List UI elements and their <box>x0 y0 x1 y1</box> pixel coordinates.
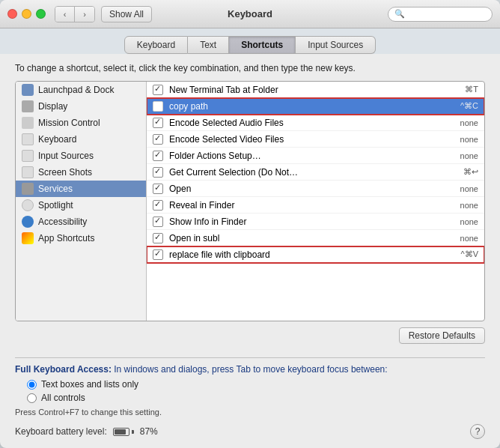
sidebar-label-spotlight: Spotlight <box>38 200 73 211</box>
shortcut-row-0[interactable]: New Terminal Tab at Folder ⌘T <box>147 82 484 98</box>
shortcut-key-3: none <box>460 135 478 144</box>
shortcut-name-6: Open <box>169 184 454 194</box>
shortcut-row-8[interactable]: Show Info in Finder none <box>147 214 484 230</box>
shortcut-row-2[interactable]: Encode Selected Audio Files none <box>147 115 484 131</box>
shortcut-key-1: ^⌘C <box>460 101 478 111</box>
shortcut-row-3[interactable]: Encode Selected Video Files none <box>147 131 484 148</box>
help-button[interactable]: ? <box>470 424 485 439</box>
restore-defaults-button[interactable]: Restore Defaults <box>399 327 485 344</box>
sidebar-item-keyboard[interactable]: Keyboard <box>16 131 146 148</box>
shortcut-check-2[interactable] <box>153 118 163 128</box>
shortcut-check-4[interactable] <box>153 151 163 161</box>
shortcut-list: New Terminal Tab at Folder ⌘T copy path … <box>147 82 484 321</box>
shortcut-check-7[interactable] <box>153 200 163 211</box>
sidebar-label-mission: Mission Control <box>38 118 100 128</box>
screenshots-icon <box>22 166 34 178</box>
shortcut-row-9[interactable]: Open in subl none <box>147 230 484 246</box>
divider <box>15 357 485 358</box>
tab-keyboard[interactable]: Keyboard <box>124 36 188 54</box>
sidebar-item-screenshots[interactable]: Screen Shots <box>16 164 146 181</box>
instruction-text: To change a shortcut, select it, click t… <box>15 63 485 73</box>
back-button[interactable]: ‹ <box>55 7 75 22</box>
sidebar-label-services: Services <box>38 184 73 194</box>
sidebar-label-display: Display <box>38 101 67 112</box>
tab-input-sources[interactable]: Input Sources <box>296 36 376 54</box>
sidebar-item-spotlight[interactable]: Spotlight <box>16 197 146 214</box>
restore-btn-row: Restore Defaults <box>15 327 485 344</box>
search-icon: 🔍 <box>394 9 405 19</box>
shortcut-check-10[interactable] <box>153 249 163 260</box>
forward-button[interactable]: › <box>75 7 94 22</box>
shortcut-key-2: none <box>460 118 478 127</box>
radio-group: Text boxes and lists only All controls <box>27 379 485 403</box>
shortcut-check-1[interactable] <box>153 101 163 112</box>
main-panel: Launchpad & Dock Display Mission Control… <box>15 81 485 321</box>
battery-level: 87% <box>140 426 158 437</box>
content-area: To change a shortcut, select it, click t… <box>0 54 500 448</box>
shortcut-row-6[interactable]: Open none <box>147 181 484 197</box>
shortcut-name-2: Encode Selected Audio Files <box>169 118 454 128</box>
keyboard-preferences-window: ‹ › Show All Keyboard 🔍 Keyboard Text Sh… <box>0 0 500 448</box>
shortcut-check-5[interactable] <box>153 167 163 178</box>
show-all-button[interactable]: Show All <box>101 6 152 22</box>
sidebar-label-input-sources: Input Sources <box>38 151 94 161</box>
shortcut-key-7: none <box>460 201 478 210</box>
shortcut-name-8: Show Info in Finder <box>169 217 454 227</box>
sidebar-label-screenshots: Screen Shots <box>38 167 92 178</box>
shortcut-row-4[interactable]: Folder Actions Setup… none <box>147 148 484 164</box>
shortcut-check-6[interactable] <box>153 184 163 194</box>
titlebar: ‹ › Show All Keyboard 🔍 <box>0 0 500 28</box>
radio-all-controls[interactable] <box>27 393 37 403</box>
shortcut-check-9[interactable] <box>153 233 163 243</box>
battery-fill <box>115 429 126 435</box>
radio-row-1: All controls <box>27 393 485 403</box>
shortcut-name-9: Open in subl <box>169 233 454 243</box>
radio-text-boxes[interactable] <box>27 380 37 390</box>
shortcut-key-8: none <box>460 217 478 226</box>
sidebar-label-accessibility: Accessibility <box>38 217 87 227</box>
shortcut-key-9: none <box>460 234 478 243</box>
display-icon <box>22 100 34 112</box>
sidebar: Launchpad & Dock Display Mission Control… <box>16 82 147 321</box>
ctrl-note: Press Control+F7 to change this setting. <box>15 408 485 417</box>
shortcut-name-10: replace file with clipboard <box>169 249 455 260</box>
shortcut-check-3[interactable] <box>153 134 163 145</box>
sidebar-item-display[interactable]: Display <box>16 98 146 115</box>
tabs-bar: Keyboard Text Shortcuts Input Sources <box>0 28 500 54</box>
tab-shortcuts[interactable]: Shortcuts <box>229 36 296 54</box>
shortcut-row-5[interactable]: Get Current Selection (Do Not… ⌘↩ <box>147 164 484 181</box>
keyboard-icon <box>22 133 34 145</box>
sidebar-item-mission[interactable]: Mission Control <box>16 115 146 131</box>
fka-section: Full Keyboard Access: In windows and dia… <box>15 364 485 375</box>
radio-row-0: Text boxes and lists only <box>27 379 485 390</box>
fka-label: Full Keyboard Access: <box>15 364 112 375</box>
sidebar-item-input-sources[interactable]: Input Sources <box>16 148 146 164</box>
search-box[interactable]: 🔍 <box>388 7 493 22</box>
shortcut-row-10[interactable]: replace file with clipboard ^⌘V <box>147 246 484 263</box>
shortcut-row-1[interactable]: copy path ^⌘C <box>147 98 484 115</box>
shortcut-key-5: ⌘↩ <box>463 167 478 177</box>
shortcut-name-5: Get Current Selection (Do Not… <box>169 167 457 178</box>
nav-buttons: ‹ › <box>55 6 95 22</box>
shortcut-key-4: none <box>460 151 478 160</box>
radio-label-1: All controls <box>41 393 85 403</box>
minimize-button[interactable] <box>22 9 31 19</box>
shortcut-check-8[interactable] <box>153 217 163 227</box>
maximize-button[interactable] <box>36 9 46 19</box>
sidebar-label-keyboard: Keyboard <box>38 134 76 145</box>
sidebar-item-accessibility[interactable]: Accessibility <box>16 214 146 230</box>
shortcut-row-7[interactable]: Reveal in Finder none <box>147 197 484 214</box>
shortcut-name-3: Encode Selected Video Files <box>169 134 454 145</box>
close-button[interactable] <box>7 9 17 19</box>
battery-icon <box>113 428 134 436</box>
sidebar-item-services[interactable]: Services <box>16 181 146 197</box>
radio-label-0: Text boxes and lists only <box>41 379 138 390</box>
battery-label: Keyboard battery level: <box>15 426 107 437</box>
battery-row: Keyboard battery level: 87% ? <box>15 424 485 439</box>
tab-text[interactable]: Text <box>188 36 229 54</box>
search-input[interactable] <box>408 9 486 19</box>
sidebar-item-app-shortcuts[interactable]: App Shortcuts <box>16 230 146 246</box>
shortcut-check-0[interactable] <box>153 85 163 95</box>
sidebar-item-launchpad[interactable]: Launchpad & Dock <box>16 82 146 98</box>
shortcut-key-6: none <box>460 184 478 193</box>
